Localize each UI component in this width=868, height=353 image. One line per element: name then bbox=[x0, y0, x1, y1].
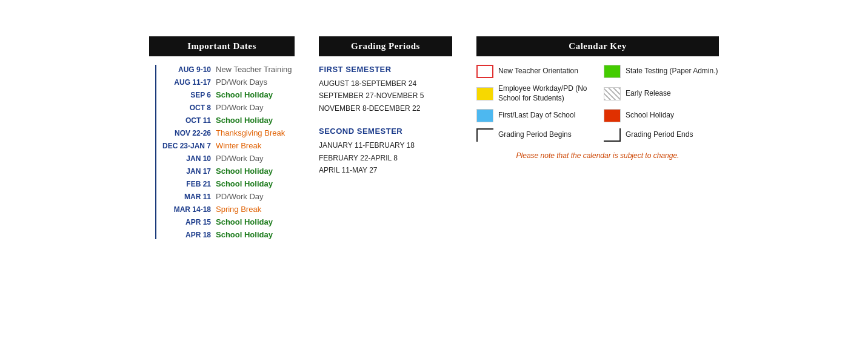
first-semester-title: First Semester bbox=[319, 65, 452, 74]
date-description: Thanksgiving Break bbox=[216, 128, 285, 137]
key-swatch-grading-begin bbox=[476, 128, 493, 142]
date-description: School Holiday bbox=[216, 167, 273, 176]
date-description: PD/Work Day bbox=[216, 154, 264, 163]
key-item: Grading Period Begins bbox=[476, 128, 592, 142]
key-label: Grading Period Begins bbox=[498, 130, 572, 140]
date-label: OCT 8 bbox=[162, 104, 211, 112]
key-item: New Teacher Orientation bbox=[476, 65, 592, 78]
date-label: MAR 11 bbox=[162, 193, 211, 201]
date-description: PD/Work Day bbox=[216, 103, 264, 112]
date-label: NOV 22-26 bbox=[162, 129, 211, 137]
key-swatch-hatched bbox=[604, 87, 621, 101]
list-item: JAN 10PD/Work Day bbox=[162, 154, 295, 163]
key-item: School Holiday bbox=[604, 109, 719, 122]
key-swatch-red-outline bbox=[476, 65, 493, 78]
calendar-key-header: Calendar Key bbox=[476, 36, 719, 56]
date-label: AUG 9-10 bbox=[162, 65, 211, 74]
list-item: DEC 23-JAN 7Winter Break bbox=[162, 141, 295, 150]
date-label: MAR 14-18 bbox=[162, 205, 211, 214]
list-item: NOV 22-26Thanksgiving Break bbox=[162, 128, 295, 137]
date-label: OCT 11 bbox=[162, 116, 211, 125]
date-description: School Holiday bbox=[216, 217, 273, 226]
list-item: FEB 21School Holiday bbox=[162, 179, 295, 188]
date-description: Winter Break bbox=[216, 141, 261, 150]
key-label: Employee Workday/PD (No School for Stude… bbox=[498, 84, 592, 103]
date-description: School Holiday bbox=[216, 90, 273, 99]
second-semester-dates: JANUARY 11-FEBRUARY 18FEBRUARY 22-APRIL … bbox=[319, 139, 452, 176]
list-item: APR 15School Holiday bbox=[162, 217, 295, 226]
key-swatch-orange-red bbox=[604, 109, 621, 122]
date-label: APR 15 bbox=[162, 218, 211, 226]
date-description: School Holiday bbox=[216, 116, 273, 125]
key-swatch-blue bbox=[476, 109, 493, 122]
list-item: OCT 11School Holiday bbox=[162, 116, 295, 125]
list-item: SEP 6School Holiday bbox=[162, 90, 295, 99]
date-label: APR 18 bbox=[162, 231, 211, 239]
dates-list: AUG 9-10New Teacher TrainingAUG 11-17PD/… bbox=[155, 65, 295, 239]
key-label: New Teacher Orientation bbox=[498, 67, 578, 76]
list-item: JAN 17School Holiday bbox=[162, 167, 295, 176]
important-dates-header: Important Dates bbox=[149, 36, 295, 56]
key-label: State Testing (Paper Admin.) bbox=[626, 67, 718, 76]
list-item: APR 18School Holiday bbox=[162, 230, 295, 239]
key-item: Employee Workday/PD (No School for Stude… bbox=[476, 84, 592, 103]
key-swatch-grading-end bbox=[604, 128, 621, 142]
key-label: Early Release bbox=[626, 89, 671, 99]
date-label: JAN 17 bbox=[162, 167, 211, 176]
date-description: New Teacher Training bbox=[216, 65, 292, 74]
date-description: Spring Break bbox=[216, 205, 261, 214]
key-item: State Testing (Paper Admin.) bbox=[604, 65, 719, 78]
key-label: First/Last Day of School bbox=[498, 111, 575, 120]
date-description: PD/Work Day bbox=[216, 192, 264, 201]
list-item: MAR 14-18Spring Break bbox=[162, 205, 295, 214]
calendar-note: Please note that the calendar is subject… bbox=[476, 151, 719, 160]
date-description: PD/Work Days bbox=[216, 78, 267, 87]
date-description: School Holiday bbox=[216, 179, 273, 188]
key-item: First/Last Day of School bbox=[476, 109, 592, 122]
key-item: Early Release bbox=[604, 84, 719, 103]
date-label: FEB 21 bbox=[162, 180, 211, 188]
list-item: AUG 11-17PD/Work Days bbox=[162, 78, 295, 87]
second-semester-title: Second Semester bbox=[319, 127, 452, 136]
key-swatch-green bbox=[604, 65, 621, 78]
date-label: DEC 23-JAN 7 bbox=[162, 142, 211, 150]
date-label: SEP 6 bbox=[162, 91, 211, 99]
first-semester-dates: AUGUST 18-SEPTEMBER 24SEPTEMBER 27-NOVEM… bbox=[319, 78, 452, 114]
key-label: Grading Period Ends bbox=[626, 130, 693, 140]
calendar-key-section: Calendar Key New Teacher OrientationStat… bbox=[476, 36, 719, 160]
list-item: AUG 9-10New Teacher Training bbox=[162, 65, 295, 74]
list-item: MAR 11PD/Work Day bbox=[162, 192, 295, 201]
date-description: School Holiday bbox=[216, 230, 273, 239]
key-grid: New Teacher OrientationState Testing (Pa… bbox=[476, 65, 719, 142]
important-dates-section: Important Dates AUG 9-10New Teacher Trai… bbox=[149, 36, 295, 243]
key-label: School Holiday bbox=[626, 111, 674, 120]
date-label: AUG 11-17 bbox=[162, 78, 211, 87]
date-label: JAN 10 bbox=[162, 154, 211, 163]
key-item: Grading Period Ends bbox=[604, 128, 719, 142]
grading-periods-section: Grading Periods First Semester AUGUST 18… bbox=[319, 36, 452, 188]
key-swatch-yellow bbox=[476, 87, 493, 101]
grading-periods-header: Grading Periods bbox=[319, 36, 452, 56]
list-item: OCT 8PD/Work Day bbox=[162, 103, 295, 112]
page-wrapper: Important Dates AUG 9-10New Teacher Trai… bbox=[149, 36, 719, 243]
